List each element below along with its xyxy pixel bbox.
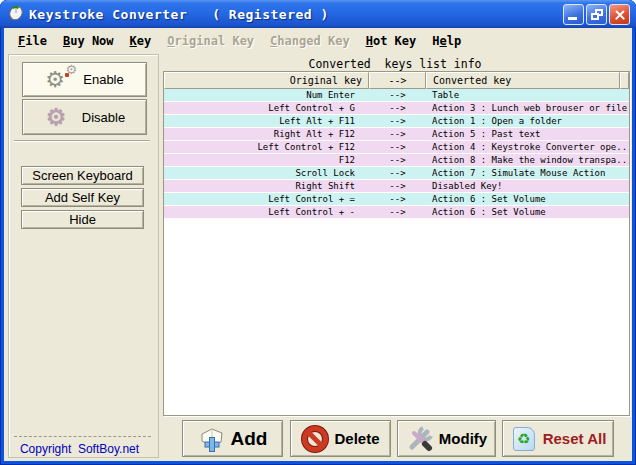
menu-bar: FileBuy NowKeyOriginal KeyChanged KeyHot…: [4, 28, 632, 53]
cell-arrow: -->: [369, 154, 426, 166]
cell-original-key: Left Control + F12: [164, 141, 369, 153]
cell-arrow: -->: [369, 167, 426, 179]
reset-icon: ♻: [510, 425, 538, 453]
add-button-label: Add: [231, 428, 268, 450]
enable-button-label: Enable: [83, 72, 123, 87]
panel-separator: [14, 140, 150, 142]
window-title: Keystroke Converter ( Registered ): [29, 7, 329, 22]
cell-original-key: Right Shift: [164, 180, 369, 192]
cell-arrow: -->: [369, 102, 426, 114]
cell-arrow: -->: [369, 128, 426, 140]
cell-original-key: Num Enter: [164, 89, 369, 101]
table-row[interactable]: F12-->Action 8 : Make the window transpa…: [164, 154, 629, 167]
add-icon: [198, 425, 226, 453]
cell-converted-key: Action 8 : Make the window transpa...: [426, 154, 629, 166]
reset-all-button-label: Reset All: [543, 430, 607, 447]
gear-icon: ⚙⚙: [45, 67, 75, 93]
cell-arrow: -->: [369, 89, 426, 101]
cell-arrow: -->: [369, 180, 426, 192]
cell-original-key: Left Control + -: [164, 206, 369, 218]
table-row[interactable]: Num Enter-->Table: [164, 89, 629, 102]
screen-keyboard-button[interactable]: Screen Keyboard: [21, 166, 144, 185]
cell-arrow: -->: [369, 193, 426, 205]
app-icon: [6, 5, 24, 23]
gear-icon: ⚙: [44, 104, 74, 130]
cell-converted-key: Disabled Key!: [426, 180, 629, 192]
header-original-key[interactable]: Original key: [164, 72, 369, 89]
window-controls: [563, 4, 630, 25]
table-row[interactable]: Left Control + =-->Action 6 : Set Volume: [164, 193, 629, 206]
minimize-icon: [568, 17, 577, 20]
disable-button[interactable]: ⚙ Disable: [22, 99, 147, 135]
table-row[interactable]: Left Alt + F11-->Action 1 : Open a folde…: [164, 115, 629, 128]
cell-converted-key: Action 5 : Past text: [426, 128, 629, 140]
table-row[interactable]: Left Control + G-->Action 3 : Lunch web …: [164, 102, 629, 115]
cell-converted-key: Action 4 : Keystroke Converter ope...: [426, 141, 629, 153]
cell-original-key: Left Control + =: [164, 193, 369, 205]
table-row[interactable]: Left Control + F12-->Action 4 : Keystrok…: [164, 141, 629, 154]
maximize-button[interactable]: [586, 4, 607, 25]
add-self-key-button[interactable]: Add Self Key: [21, 188, 144, 207]
delete-button[interactable]: Delete: [290, 420, 391, 457]
delete-icon: [301, 425, 329, 453]
menu-help[interactable]: Help: [424, 32, 469, 50]
menu-original-key: Original Key: [159, 32, 262, 50]
table-row[interactable]: Left Control + --->Action 6 : Set Volume: [164, 206, 629, 219]
menu-changed-key: Changed Key: [262, 32, 358, 50]
enable-button[interactable]: ⚙⚙ Enable: [22, 62, 147, 97]
delete-button-label: Delete: [334, 430, 379, 447]
cell-original-key: F12: [164, 154, 369, 166]
menu-hot-key[interactable]: Hot Key: [358, 32, 425, 50]
minimize-button[interactable]: [563, 4, 584, 25]
cell-converted-key: Action 7 : Simulate Mouse Action: [426, 167, 629, 179]
menu-key[interactable]: Key: [122, 32, 160, 50]
cell-converted-key: Action 6 : Set Volume: [426, 193, 629, 205]
hide-button[interactable]: Hide: [21, 210, 144, 229]
converted-keys-table: Original key --> Converted key Num Enter…: [163, 71, 630, 416]
modify-icon: [406, 425, 434, 453]
table-row[interactable]: Right Shift-->Disabled Key!: [164, 180, 629, 193]
table-rows: Num Enter-->TableLeft Control + G-->Acti…: [164, 89, 629, 415]
list-title: Converted keys list info: [160, 57, 630, 71]
menu-file[interactable]: File: [10, 32, 55, 50]
header-stub: [620, 72, 629, 89]
cell-original-key: Right Alt + F12: [164, 128, 369, 140]
close-button[interactable]: [609, 4, 630, 25]
disable-button-label: Disable: [82, 110, 125, 125]
header-converted-key[interactable]: Converted key: [426, 72, 620, 89]
cell-converted-key: Action 6 : Set Volume: [426, 206, 629, 218]
cell-arrow: -->: [369, 141, 426, 153]
copyright-text: Copyright SoftBoy.net: [4, 442, 155, 456]
cell-original-key: Left Control + G: [164, 102, 369, 114]
header-arrow[interactable]: -->: [369, 72, 426, 89]
copyright-separator: [14, 436, 151, 437]
table-row[interactable]: Scroll Lock-->Action 7 : Simulate Mouse …: [164, 167, 629, 180]
title-bar[interactable]: Keystroke Converter ( Registered ): [0, 0, 636, 28]
cell-converted-key: Table: [426, 89, 629, 101]
modify-button-label: Modify: [439, 430, 487, 447]
menu-buy-now[interactable]: Buy Now: [55, 32, 122, 50]
cell-original-key: Scroll Lock: [164, 167, 369, 179]
client-area: FileBuy NowKeyOriginal KeyChanged KeyHot…: [4, 28, 632, 461]
app-window: Keystroke Converter ( Registered ) FileB…: [0, 0, 636, 465]
cell-converted-key: Action 3 : Lunch web brouser or file: [426, 102, 629, 114]
reset-all-button[interactable]: ♻Reset All: [502, 420, 614, 457]
table-header: Original key --> Converted key: [164, 72, 629, 89]
cell-converted-key: Action 1 : Open a folder: [426, 115, 629, 127]
table-row[interactable]: Right Alt + F12-->Action 5 : Past text: [164, 128, 629, 141]
cell-arrow: -->: [369, 206, 426, 218]
add-button[interactable]: Add: [182, 420, 283, 457]
cell-arrow: -->: [369, 115, 426, 127]
cell-original-key: Left Alt + F11: [164, 115, 369, 127]
modify-button[interactable]: Modify: [397, 420, 496, 457]
